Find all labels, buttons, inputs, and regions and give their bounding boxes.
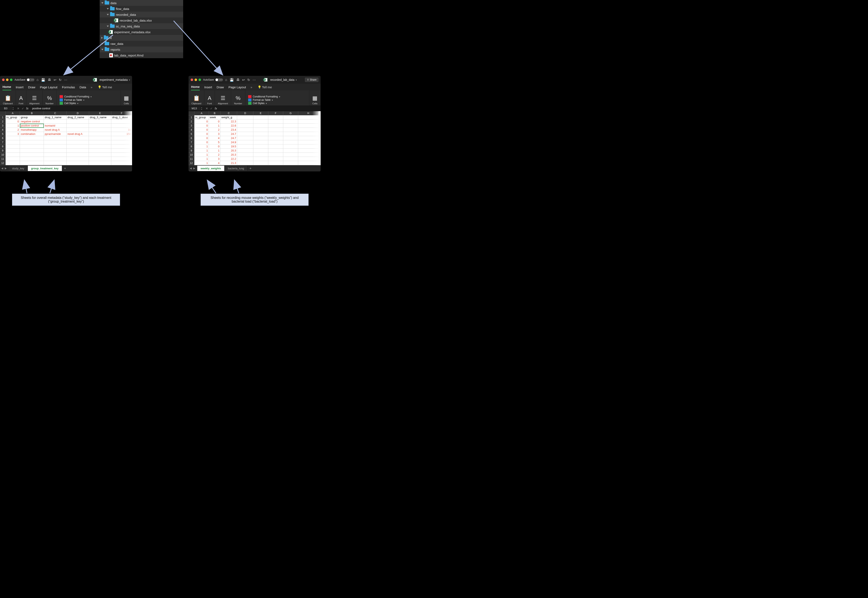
- data-cell[interactable]: [237, 120, 254, 124]
- column-header[interactable]: F: [268, 111, 283, 115]
- data-cell[interactable]: [268, 157, 283, 161]
- tree-row[interactable]: experiment_metadata.xlsx: [100, 29, 183, 35]
- data-cell[interactable]: 22.3: [221, 120, 237, 124]
- ribbon-clipboard[interactable]: 📋 Clipboard: [0, 90, 16, 106]
- data-cell[interactable]: [254, 161, 268, 165]
- data-cell[interactable]: 0: [209, 120, 221, 124]
- empty-cell[interactable]: [89, 153, 111, 157]
- cancel-icon[interactable]: ✕: [206, 107, 208, 110]
- row-header[interactable]: 7: [0, 140, 6, 144]
- header-cell[interactable]: [268, 115, 283, 120]
- data-cell[interactable]: [89, 128, 111, 132]
- data-cell[interactable]: [254, 128, 268, 132]
- empty-cell[interactable]: [67, 144, 89, 149]
- data-cell[interactable]: 22.2: [221, 157, 237, 161]
- data-cell[interactable]: [283, 157, 298, 161]
- data-cell[interactable]: 0: [194, 132, 209, 136]
- data-cell[interactable]: 2: [6, 128, 20, 132]
- data-cell[interactable]: novel drug A: [44, 128, 67, 132]
- menu-page layout[interactable]: Page Layout: [40, 85, 57, 89]
- empty-cell[interactable]: [6, 140, 20, 144]
- format-as-table-button[interactable]: Format as Table▾: [248, 99, 280, 102]
- tree-row[interactable]: recorded_lab_data.xlsx: [100, 18, 183, 23]
- data-cell[interactable]: positive control: [20, 124, 44, 128]
- menu-draw[interactable]: Draw: [216, 85, 224, 89]
- column-header[interactable]: D: [67, 111, 89, 115]
- enter-icon[interactable]: ✓: [210, 107, 213, 110]
- data-cell[interactable]: [268, 128, 283, 132]
- undo-icon[interactable]: ↩: [242, 78, 245, 82]
- row-header[interactable]: 9: [189, 149, 194, 153]
- column-header[interactable]: A: [6, 111, 20, 115]
- header-cell[interactable]: drug_1_name: [44, 115, 67, 120]
- data-cell[interactable]: [254, 153, 268, 157]
- column-header[interactable]: D: [237, 111, 254, 115]
- empty-cell[interactable]: [89, 140, 111, 144]
- enter-icon[interactable]: ✓: [22, 107, 24, 110]
- data-cell[interactable]: [283, 124, 298, 128]
- next-sheet-icon[interactable]: ▶: [193, 167, 195, 170]
- empty-cell[interactable]: [20, 140, 44, 144]
- empty-cell[interactable]: [6, 149, 20, 153]
- ribbon-font[interactable]: A Font: [16, 90, 26, 106]
- data-cell[interactable]: [237, 161, 254, 165]
- redo-icon[interactable]: ↻: [59, 78, 61, 82]
- document-title[interactable]: experiment_metadata ▾: [94, 78, 130, 82]
- data-cell[interactable]: 1: [194, 144, 209, 149]
- data-cell[interactable]: [237, 128, 254, 132]
- empty-cell[interactable]: [20, 157, 44, 161]
- data-cell[interactable]: 19.5: [221, 144, 237, 149]
- data-cell[interactable]: [268, 161, 283, 165]
- row-header[interactable]: 12: [189, 161, 194, 165]
- ribbon-number[interactable]: % Number: [231, 90, 245, 106]
- data-cell[interactable]: [283, 161, 298, 165]
- data-cell[interactable]: [283, 153, 298, 157]
- empty-cell[interactable]: [20, 144, 44, 149]
- ribbon-font[interactable]: A Font: [204, 90, 215, 106]
- menu-insert[interactable]: Insert: [204, 85, 212, 89]
- data-cell[interactable]: isoniazid: [44, 124, 67, 128]
- column-header[interactable]: G: [283, 111, 298, 115]
- data-cell[interactable]: [67, 120, 89, 124]
- data-cell[interactable]: 1: [194, 153, 209, 157]
- data-cell[interactable]: [89, 124, 111, 128]
- data-cell[interactable]: [283, 128, 298, 132]
- name-box[interactable]: M13: [189, 106, 200, 110]
- fx-icon[interactable]: fx: [215, 107, 217, 110]
- formula-input[interactable]: positive control: [31, 107, 132, 110]
- data-cell[interactable]: 1: [6, 124, 20, 128]
- data-cell[interactable]: 3: [209, 157, 221, 161]
- data-cell[interactable]: 23.4: [221, 128, 237, 132]
- data-cell[interactable]: novel drug A: [67, 132, 89, 136]
- tree-row[interactable]: flow_data: [100, 6, 183, 12]
- autosave-toggle[interactable]: AutoSave OFF: [203, 78, 223, 81]
- data-cell[interactable]: pyrazinamide: [44, 132, 67, 136]
- share-button[interactable]: ⇪Share: [305, 78, 319, 82]
- header-cell[interactable]: week: [209, 115, 221, 120]
- data-cell[interactable]: [283, 136, 298, 140]
- ribbon-cells[interactable]: ▦ Cells: [309, 90, 321, 106]
- data-cell[interactable]: 1: [209, 124, 221, 128]
- empty-cell[interactable]: [6, 161, 20, 165]
- data-cell[interactable]: [268, 144, 283, 149]
- data-cell[interactable]: [237, 140, 254, 144]
- data-cell[interactable]: [67, 128, 89, 132]
- print-icon[interactable]: 🖶: [236, 78, 240, 82]
- switch-icon[interactable]: OFF: [215, 78, 223, 81]
- row-header[interactable]: 4: [189, 128, 194, 132]
- print-icon[interactable]: 🖶: [48, 78, 51, 82]
- format-as-table-button[interactable]: Format as Table▾: [60, 99, 92, 102]
- home-icon[interactable]: ⌂: [37, 78, 39, 82]
- data-cell[interactable]: [237, 149, 254, 153]
- empty-cell[interactable]: [44, 153, 67, 157]
- menu-more-icon[interactable]: »: [251, 85, 252, 89]
- empty-cell[interactable]: [6, 157, 20, 161]
- document-title[interactable]: recorded_lab_data ▾: [264, 78, 297, 82]
- tree-row[interactable]: lab_data_report.Rmd: [100, 52, 183, 58]
- data-cell[interactable]: [268, 124, 283, 128]
- tell-me-search[interactable]: 💡 Tell me: [258, 85, 272, 89]
- ribbon-number[interactable]: % Number: [43, 90, 57, 106]
- namebox-stepper[interactable]: ▴▾: [12, 106, 15, 110]
- empty-cell[interactable]: [44, 149, 67, 153]
- tree-row[interactable]: R: [100, 35, 183, 41]
